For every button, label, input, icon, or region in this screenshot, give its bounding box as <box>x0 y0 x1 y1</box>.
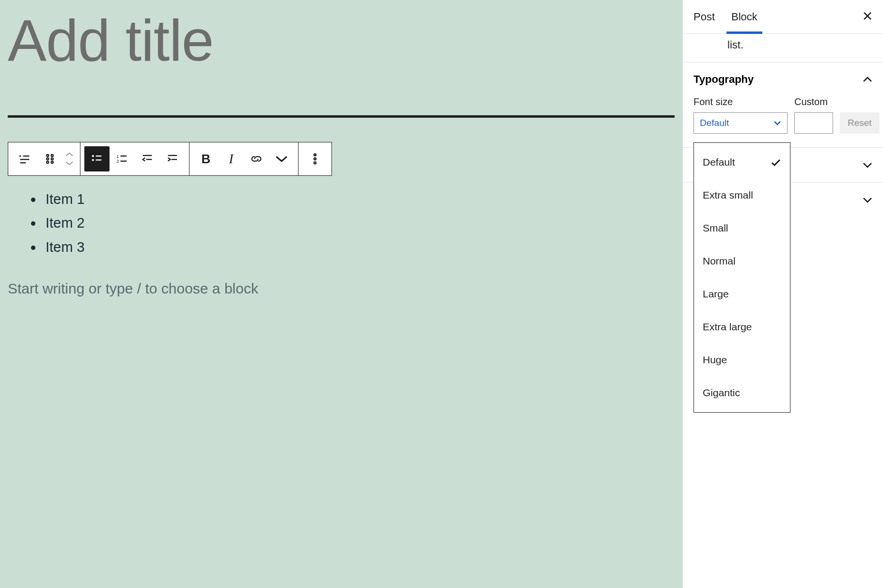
list-item[interactable]: Item 3 <box>43 235 675 259</box>
ordered-list-button[interactable]: 12 <box>110 146 135 171</box>
chevron-up-icon[interactable] <box>65 152 74 157</box>
outdent-button[interactable] <box>135 146 160 171</box>
toolbar-group-options <box>299 142 331 175</box>
reset-font-size-button[interactable]: Reset <box>840 112 880 134</box>
bold-button[interactable]: B <box>193 146 219 171</box>
italic-button[interactable]: I <box>219 146 244 171</box>
font-size-option-extra-large[interactable]: Extra large <box>694 310 790 343</box>
list-item[interactable]: Item 1 <box>43 187 675 211</box>
tab-post[interactable]: Post <box>694 0 715 33</box>
svg-point-24 <box>314 162 316 164</box>
close-icon <box>863 11 872 21</box>
svg-point-0 <box>19 155 21 157</box>
svg-point-4 <box>47 155 48 156</box>
block-toolbar: 12 B I <box>8 142 332 176</box>
font-size-value: Default <box>700 118 729 128</box>
toolbar-group-format: B I <box>189 142 299 175</box>
list-item[interactable]: Item 2 <box>43 211 675 235</box>
font-size-label: Font size <box>694 96 788 108</box>
svg-point-5 <box>51 155 53 156</box>
chevron-down-icon[interactable] <box>65 161 74 166</box>
block-movers[interactable] <box>63 152 76 166</box>
check-icon <box>771 158 781 166</box>
editor-canvas: Add title 12 <box>0 0 682 588</box>
font-size-select[interactable]: Default <box>694 112 788 134</box>
font-size-option-extra-small[interactable]: Extra small <box>694 179 790 212</box>
font-size-option-normal[interactable]: Normal <box>694 245 790 278</box>
toolbar-group-block <box>8 142 80 175</box>
list-block[interactable]: Item 1 Item 2 Item 3 <box>8 187 675 259</box>
chevron-down-icon <box>863 162 872 168</box>
typography-panel-toggle[interactable]: Typography <box>683 62 883 96</box>
typography-panel: Typography Font size Default Defau <box>683 62 883 148</box>
svg-point-9 <box>51 161 53 163</box>
separator-block[interactable] <box>8 115 675 118</box>
block-options-button[interactable] <box>302 146 328 171</box>
block-description: list. <box>683 34 883 62</box>
custom-size-label: Custom <box>794 96 833 108</box>
sidebar-tabs: Post Block <box>683 0 883 34</box>
link-button[interactable] <box>244 146 269 171</box>
font-size-option-huge[interactable]: Huge <box>694 343 790 376</box>
svg-point-22 <box>314 154 316 156</box>
font-size-option-small[interactable]: Small <box>694 212 790 245</box>
default-block-appender[interactable]: Start writing or type / to choose a bloc… <box>8 280 675 297</box>
custom-size-input[interactable] <box>794 112 833 134</box>
unordered-list-button[interactable] <box>84 146 110 171</box>
font-size-option-large[interactable]: Large <box>694 278 790 310</box>
close-sidebar-button[interactable] <box>863 10 872 24</box>
post-title-input[interactable]: Add title <box>8 10 675 71</box>
svg-point-6 <box>47 158 48 160</box>
svg-text:2: 2 <box>116 159 119 164</box>
chevron-down-icon <box>863 197 872 203</box>
svg-point-8 <box>47 161 48 163</box>
indent-button[interactable] <box>160 146 185 171</box>
block-type-icon[interactable] <box>12 146 37 171</box>
svg-point-10 <box>92 155 94 157</box>
chevron-up-icon <box>863 77 872 82</box>
panel-title: Typography <box>694 73 754 86</box>
chevron-down-icon <box>773 121 781 125</box>
font-size-option-gigantic[interactable]: Gigantic <box>694 376 790 409</box>
toolbar-group-list: 12 <box>80 142 189 175</box>
drag-handle-icon[interactable] <box>37 146 63 171</box>
svg-point-7 <box>51 158 53 160</box>
svg-point-23 <box>314 158 316 160</box>
settings-sidebar: Post Block list. Typography Font size De… <box>682 0 883 588</box>
tab-block[interactable]: Block <box>731 0 757 33</box>
svg-point-12 <box>92 159 94 161</box>
svg-text:1: 1 <box>116 154 119 159</box>
font-size-dropdown: Default Extra small Small Normal Large E… <box>694 142 790 413</box>
more-format-button[interactable] <box>269 146 294 171</box>
font-size-option-default[interactable]: Default <box>694 146 790 179</box>
